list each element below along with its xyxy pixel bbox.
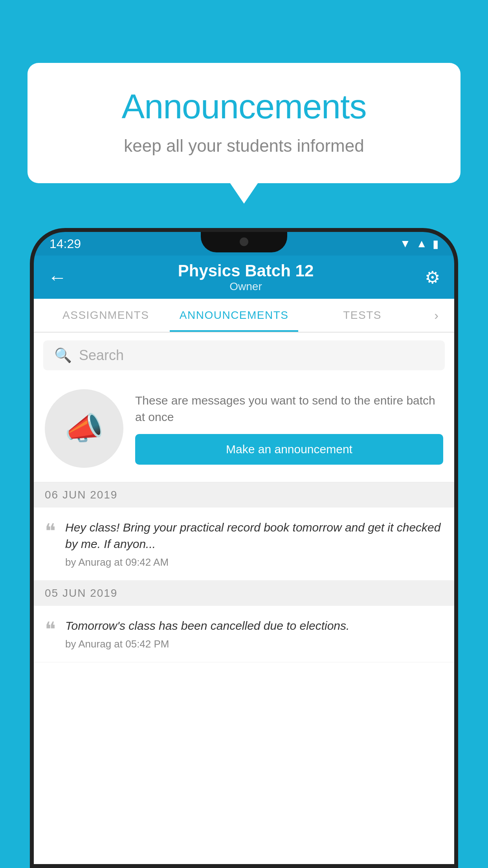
status-icons: ▼ ▲ ▮ [400, 237, 438, 250]
search-input[interactable]: Search [79, 347, 124, 364]
app-header: ← Physics Batch 12 Owner ⚙ [34, 256, 454, 299]
announcement-meta-1: by Anurag at 09:42 AM [65, 556, 169, 568]
header-title: Physics Batch 12 [178, 261, 314, 280]
search-bar[interactable]: 🔍 Search [43, 340, 445, 370]
search-icon: 🔍 [54, 347, 72, 364]
tabs-more-icon[interactable]: › [426, 308, 446, 323]
quote-icon-2: ❝ [45, 619, 56, 640]
promo-right: These are messages you want to send to t… [135, 392, 443, 465]
date-section-1: 06 JUN 2019 [34, 482, 454, 508]
date-label-1: 06 JUN 2019 [45, 489, 117, 501]
announcement-content-2: Tomorrow's class has been cancelled due … [65, 618, 443, 650]
bubble-subtitle: keep all your students informed [59, 136, 429, 156]
volume-up-button [30, 311, 32, 334]
announcement-meta-2: by Anurag at 05:42 PM [65, 638, 169, 650]
tab-announcements[interactable]: ANNOUNCEMENTS [170, 299, 298, 332]
status-time: 14:29 [50, 237, 81, 251]
search-container: 🔍 Search [34, 333, 454, 378]
announcement-item-2[interactable]: ❝ Tomorrow's class has been cancelled du… [34, 606, 454, 662]
bubble-title: Announcements [59, 86, 429, 127]
header-center: Physics Batch 12 Owner [178, 261, 314, 293]
battery-icon: ▮ [433, 237, 438, 250]
settings-button[interactable]: ⚙ [425, 267, 440, 287]
quote-icon-1: ❝ [45, 521, 56, 541]
tab-assignments[interactable]: ASSIGNMENTS [42, 299, 170, 332]
tab-tests[interactable]: TESTS [298, 299, 426, 332]
header-subtitle: Owner [178, 280, 314, 293]
announcement-icon-circle: 📣 [45, 389, 123, 468]
date-section-2: 05 JUN 2019 [34, 581, 454, 606]
phone-frame: 14:29 ▼ ▲ ▮ ← Physics Batch 12 Owner ⚙ A… [30, 228, 458, 868]
camera-dot [240, 237, 248, 246]
date-label-2: 05 JUN 2019 [45, 587, 117, 599]
signal-icon: ▲ [416, 237, 427, 250]
phone-notch [201, 232, 287, 252]
announcement-text-2: Tomorrow's class has been cancelled due … [65, 618, 443, 634]
power-button [456, 334, 458, 381]
phone-content: 🔍 Search 📣 These are messages you want t… [34, 333, 454, 864]
speech-bubble: Announcements keep all your students inf… [28, 63, 460, 183]
announcement-content-1: Hey class! Bring your practical record b… [65, 519, 443, 568]
back-button[interactable]: ← [48, 267, 67, 288]
wifi-icon: ▼ [400, 237, 411, 250]
make-announcement-button[interactable]: Make an announcement [135, 434, 443, 465]
promo-block: 📣 These are messages you want to send to… [34, 378, 454, 482]
megaphone-icon: 📣 [64, 410, 104, 447]
promo-description: These are messages you want to send to t… [135, 392, 443, 425]
volume-down-button [30, 342, 32, 381]
speech-bubble-section: Announcements keep all your students inf… [28, 63, 460, 183]
tabs-bar: ASSIGNMENTS ANNOUNCEMENTS TESTS › [34, 299, 454, 333]
announcement-item-1[interactable]: ❝ Hey class! Bring your practical record… [34, 508, 454, 581]
announcement-text-1: Hey class! Bring your practical record b… [65, 519, 443, 552]
